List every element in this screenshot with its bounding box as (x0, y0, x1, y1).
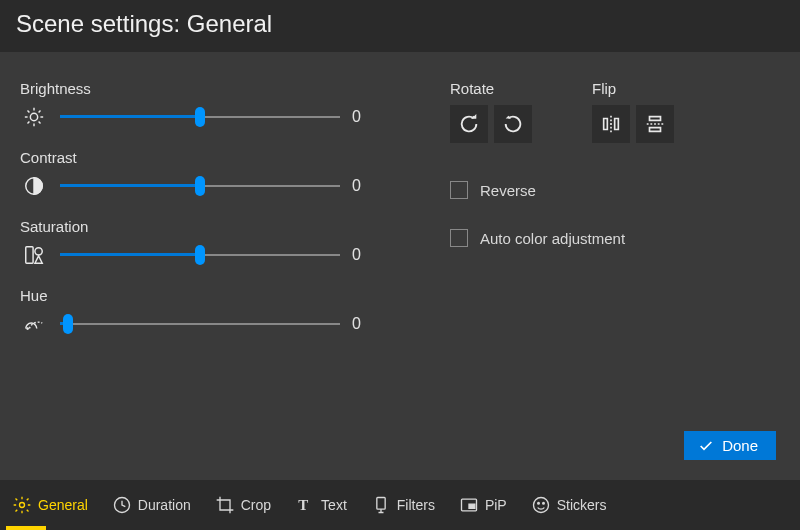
brightness-icon (20, 105, 48, 129)
rotate-cw-button[interactable] (450, 105, 488, 143)
saturation-group: Saturation 0 (20, 218, 420, 267)
svg-point-23 (542, 503, 544, 505)
tab-label: General (38, 497, 88, 513)
autocolor-label: Auto color adjustment (480, 230, 625, 247)
hue-value: 0 (352, 315, 382, 333)
tab-label: Filters (397, 497, 435, 513)
tab-crop[interactable]: Crop (213, 491, 273, 519)
svg-point-21 (533, 498, 548, 513)
clock-icon (112, 495, 132, 515)
text-icon: T (295, 495, 315, 515)
saturation-icon (20, 243, 48, 267)
saturation-slider[interactable] (60, 245, 340, 265)
tab-filters[interactable]: Filters (369, 491, 437, 519)
tab-label: Duration (138, 497, 191, 513)
svg-line-5 (27, 110, 29, 112)
contrast-label: Contrast (20, 149, 420, 166)
contrast-icon (20, 174, 48, 198)
svg-point-12 (26, 327, 29, 330)
brightness-value: 0 (352, 108, 382, 126)
saturation-value: 0 (352, 246, 382, 264)
filters-icon (371, 495, 391, 515)
reverse-label: Reverse (480, 182, 536, 199)
flip-vertical-button[interactable] (636, 105, 674, 143)
reverse-checkbox[interactable]: Reverse (450, 181, 780, 199)
done-button[interactable]: Done (684, 431, 776, 460)
contrast-group: Contrast 0 (20, 149, 420, 198)
brightness-thumb[interactable] (195, 107, 205, 127)
svg-rect-10 (26, 247, 33, 264)
autocolor-checkbox[interactable]: Auto color adjustment (450, 229, 780, 247)
sticker-icon (531, 495, 551, 515)
gear-icon (12, 495, 32, 515)
hue-thumb[interactable] (63, 314, 73, 334)
svg-line-8 (39, 110, 41, 112)
svg-point-15 (20, 503, 25, 508)
tab-bar: General Duration Crop T Text Filters PiP (0, 480, 800, 530)
pip-icon (459, 495, 479, 515)
check-icon (698, 438, 714, 454)
brightness-slider[interactable] (60, 107, 340, 127)
contrast-thumb[interactable] (195, 176, 205, 196)
flip-horizontal-button[interactable] (592, 105, 630, 143)
contrast-value: 0 (352, 177, 382, 195)
rotate-group: Rotate (450, 80, 532, 143)
checkbox-box-icon (450, 229, 468, 247)
svg-line-6 (39, 122, 41, 124)
tab-stickers[interactable]: Stickers (529, 491, 609, 519)
hue-icon (20, 312, 48, 336)
svg-point-22 (537, 503, 539, 505)
brightness-label: Brightness (20, 80, 420, 97)
contrast-slider[interactable] (60, 176, 340, 196)
saturation-thumb[interactable] (195, 245, 205, 265)
checkbox-box-icon (450, 181, 468, 199)
tab-pip[interactable]: PiP (457, 491, 509, 519)
svg-rect-20 (469, 504, 475, 508)
crop-icon (215, 495, 235, 515)
tab-duration[interactable]: Duration (110, 491, 193, 519)
rotate-ccw-button[interactable] (494, 105, 532, 143)
tab-label: Stickers (557, 497, 607, 513)
hue-slider[interactable] (60, 314, 340, 334)
hue-label: Hue (20, 287, 420, 304)
hue-group: Hue 0 (20, 287, 420, 336)
svg-point-0 (30, 113, 37, 120)
tab-label: PiP (485, 497, 507, 513)
tab-label: Crop (241, 497, 271, 513)
rotate-label: Rotate (450, 80, 532, 97)
svg-line-7 (27, 122, 29, 124)
svg-rect-18 (377, 498, 385, 510)
svg-point-11 (35, 248, 42, 255)
page-title: Scene settings: General (0, 0, 800, 52)
tab-label: Text (321, 497, 347, 513)
flip-group: Flip (592, 80, 674, 143)
tab-general[interactable]: General (10, 491, 90, 519)
tab-text[interactable]: T Text (293, 491, 349, 519)
done-label: Done (722, 437, 758, 454)
brightness-group: Brightness 0 (20, 80, 420, 129)
svg-text:T: T (298, 497, 308, 513)
flip-label: Flip (592, 80, 674, 97)
saturation-label: Saturation (20, 218, 420, 235)
